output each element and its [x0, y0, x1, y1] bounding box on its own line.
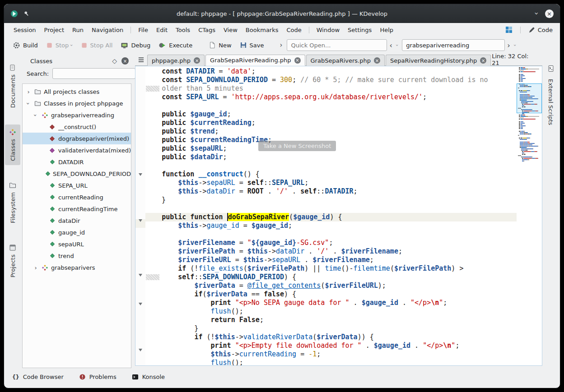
- quick-open-input[interactable]: [287, 39, 387, 51]
- tree-item-datadir[interactable]: DATADIR: [23, 156, 131, 168]
- pin-icon[interactable]: [23, 10, 30, 17]
- close-panel-icon[interactable]: ×: [121, 57, 129, 65]
- code-line[interactable]: public $gauge_id;: [145, 110, 517, 119]
- tree-item-datadir[interactable]: dataDir: [23, 215, 131, 226]
- sidebar-tab-filesystem[interactable]: Filesystem: [5, 178, 20, 227]
- class-search-input[interactable]: [52, 68, 135, 79]
- toolbar-extender-icon[interactable]: ›: [280, 41, 282, 49]
- code-line[interactable]: print "<p>Empty file downloaded for " . …: [145, 341, 517, 350]
- sidebar-tab-classes[interactable]: Classes: [5, 125, 20, 165]
- sidebar-tab-external-scripts[interactable]: External Scripts: [543, 61, 559, 129]
- code-line[interactable]: older than 5 minutes: [145, 84, 517, 93]
- code-line[interactable]: flush();: [145, 307, 517, 316]
- fold-marker[interactable]: [135, 219, 145, 228]
- tree-item-dograbsepariver-mixed[interactable]: dograbsepariver(mixed): [23, 133, 131, 144]
- tab-close-icon[interactable]: ×: [480, 57, 486, 64]
- menu-project[interactable]: Project: [40, 27, 68, 33]
- code-line[interactable]: $riverFileURL = $this->sepaURL . $riverF…: [145, 256, 517, 264]
- code-line[interactable]: const DATADIR = 'data';: [145, 67, 517, 76]
- code-line[interactable]: [145, 161, 517, 170]
- code-line[interactable]: [145, 204, 517, 213]
- close-window-button[interactable]: ×: [545, 9, 554, 18]
- minimap-viewport[interactable]: [517, 83, 542, 113]
- titlebar[interactable]: default: phppage - [ phppage:GrabSepaRiv…: [4, 4, 560, 23]
- code-line[interactable]: $this->sepaURL = self::SEPA_URL;: [145, 179, 517, 187]
- save-button[interactable]: Save: [236, 40, 268, 51]
- tree-item-gauge-id[interactable]: gauge_id: [23, 226, 131, 238]
- code-line[interactable]: if (!file_exists($riverFilePath) || time…: [145, 264, 517, 273]
- menu-tools[interactable]: Tools: [172, 27, 194, 33]
- fold-marker[interactable]: [135, 173, 145, 182]
- area-switcher-icon[interactable]: [505, 26, 513, 33]
- menu-settings[interactable]: Settings: [344, 27, 376, 33]
- code-area-button[interactable]: Code: [528, 27, 553, 33]
- code-line[interactable]: if($riverData == false) {: [145, 290, 517, 299]
- sidebar-tab-documents[interactable]: Documents: [5, 60, 20, 112]
- menu-window[interactable]: Window: [312, 27, 344, 33]
- code-line[interactable]: public function doGrabSepaRiver($gauge_i…: [145, 213, 517, 221]
- editor-tab-separiverreadinghistory-php[interactable]: SepaRiverReadingHistory.php×: [386, 55, 491, 66]
- editor-tab-grabseparivers-php[interactable]: GrabSepaRivers.php×: [306, 55, 385, 66]
- menu-navigation[interactable]: Navigation: [88, 27, 127, 33]
- tab-close-icon[interactable]: ×: [294, 57, 301, 64]
- tree-item-validateriverdata-mixed[interactable]: validateriverdata(mixed): [23, 144, 131, 156]
- new-button[interactable]: New: [205, 40, 235, 51]
- tab-close-icon[interactable]: ×: [374, 57, 380, 64]
- editor-tab-phppage-php[interactable]: phppage.php×: [147, 55, 205, 66]
- expander-open-icon[interactable]: ›: [25, 100, 32, 107]
- code-line[interactable]: $this->dataDir = ROOT . '/' . self::DATA…: [145, 187, 517, 196]
- fold-marker[interactable]: [135, 349, 145, 357]
- next-item-button[interactable]: ›: [505, 41, 512, 50]
- code-line[interactable]: [145, 230, 517, 239]
- code-line[interactable]: public $currentReading;: [145, 119, 517, 127]
- search-input[interactable]: [402, 39, 505, 51]
- next-dropdown-icon[interactable]: ›: [513, 42, 517, 48]
- menu-file[interactable]: File: [134, 27, 152, 33]
- code-line[interactable]: $this->currentReading = -1;: [145, 350, 517, 359]
- build-button[interactable]: Build: [9, 40, 42, 51]
- tree-item-construct[interactable]: __construct(): [23, 121, 131, 133]
- code-line[interactable]: print "<p>No SEPA gauge data for " . $ga…: [145, 299, 517, 307]
- tree-item-currentreadingtime[interactable]: currentReadingTime: [23, 203, 131, 215]
- menu-view[interactable]: View: [219, 27, 242, 33]
- menu-edit[interactable]: Edit: [152, 27, 172, 33]
- expander-closed-icon[interactable]: ›: [25, 88, 32, 95]
- code-line[interactable]: const SEPA_URL = 'http://apps.sepa.org.u…: [145, 93, 517, 101]
- menu-run[interactable]: Run: [68, 27, 88, 33]
- code-line[interactable]: function __construct() {: [145, 170, 517, 179]
- expander-open-icon[interactable]: ›: [33, 112, 39, 119]
- bottom-tab-code-browser[interactable]: {}Code Browser: [12, 374, 64, 380]
- fold-marker[interactable]: [135, 303, 145, 311]
- bottom-tab-problems[interactable]: Problems: [79, 374, 117, 380]
- menu-session[interactable]: Session: [9, 27, 40, 33]
- execute-button[interactable]: Execute: [154, 40, 196, 51]
- tree-item-sepa-download-period[interactable]: SEPA_DOWNLOAD_PERIOD: [23, 168, 131, 180]
- code-line[interactable]: $riverData = @file_get_contents($riverFi…: [145, 281, 517, 290]
- debug-button[interactable]: Debug: [117, 40, 154, 51]
- tree-item-classes-in-project-phppage[interactable]: ›Classes in project phppage: [23, 97, 131, 109]
- sidebar-tab-projects[interactable]: Projects: [5, 240, 20, 281]
- minimap[interactable]: [517, 66, 542, 365]
- tree-item-trend[interactable]: trend: [23, 250, 131, 262]
- editor-tab-grabsepariverreading-php[interactable]: GrabSepaRiverReading.php×: [205, 55, 305, 66]
- tree-item-sepa-url[interactable]: SEPA_URL: [23, 180, 131, 191]
- code-line[interactable]: self::SEPA_DOWNLOAD_PERIOD) {: [145, 273, 517, 281]
- menu-ctags[interactable]: CTags: [194, 27, 219, 33]
- code-line[interactable]: public $trend;: [145, 127, 517, 136]
- expander-closed-icon[interactable]: ›: [33, 264, 39, 271]
- code-line[interactable]: public $dataDir;: [145, 153, 517, 161]
- code-line[interactable]: flush();: [145, 359, 517, 365]
- menu-code[interactable]: Code: [283, 27, 306, 33]
- code-line[interactable]: $riverFilePath = $this->dataDir . '/' . …: [145, 247, 517, 256]
- tab-close-icon[interactable]: ×: [194, 57, 200, 64]
- float-panel-icon[interactable]: ◇: [112, 57, 117, 65]
- code-line[interactable]: $riverFilename = "${gauge_id}-SG.csv";: [145, 239, 517, 247]
- tree-item-all-projects-classes[interactable]: ›All projects classes: [23, 86, 131, 97]
- tree-item-grabseparivers[interactable]: ›grabseparivers: [23, 262, 131, 273]
- tree-item-sepaurl[interactable]: sepaURL: [23, 238, 131, 250]
- shade-window-icon[interactable]: ›: [535, 10, 538, 17]
- code-lines[interactable]: const DATADIR = 'data'; const SEPA_DOWNL…: [145, 66, 517, 365]
- document-list-icon[interactable]: [138, 56, 144, 63]
- tree-item-currentreading[interactable]: currentReading: [23, 191, 131, 203]
- previous-item-button[interactable]: ‹: [387, 41, 394, 50]
